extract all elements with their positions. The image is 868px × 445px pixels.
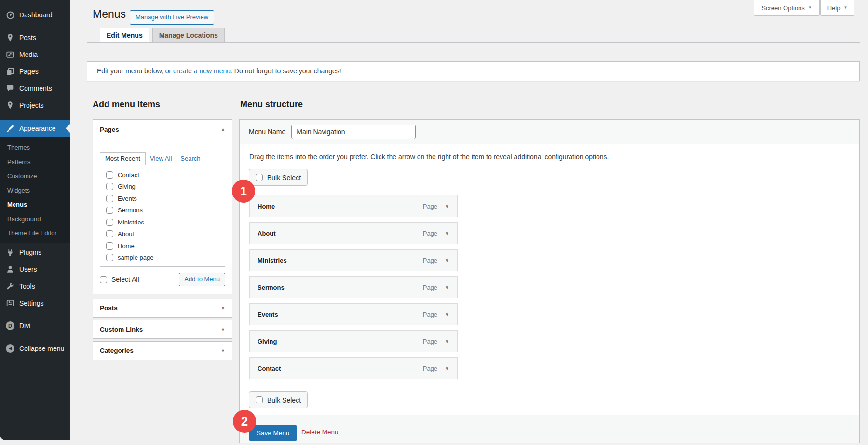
pages-accordion-body: Most Recent View All Search Contact Givi… (93, 139, 232, 294)
bulk-select-label: Bulk Select (267, 396, 301, 404)
submenu-item-widgets[interactable]: Widgets (0, 183, 70, 198)
submenu-label: Background (7, 215, 41, 222)
checkbox[interactable] (106, 183, 113, 190)
annotation-circle-1: 1 (232, 180, 255, 203)
settings-sliders-icon (5, 298, 15, 308)
chevron-down-icon[interactable]: ▼ (445, 339, 449, 344)
tab-manage-locations[interactable]: Manage Locations (152, 28, 225, 42)
sidebar-item-media[interactable]: Media (0, 46, 70, 63)
posts-accordion-header[interactable]: Posts ▼ (93, 299, 232, 318)
chevron-down-icon[interactable]: ▼ (445, 258, 449, 263)
page-label: Ministries (118, 219, 144, 226)
delete-menu-link[interactable]: Delete Menu (301, 429, 339, 436)
wordpress-admin-menus-page: Dashboard Posts Media Pages Comments (0, 0, 868, 445)
sidebar-item-label: Posts (19, 34, 36, 42)
tab-view-all[interactable]: View All (146, 153, 176, 165)
menu-name-input[interactable] (291, 125, 416, 139)
tab-most-recent[interactable]: Most Recent (100, 152, 146, 165)
sidebar-item-divi[interactable]: D Divi (0, 318, 70, 334)
checkbox[interactable] (106, 242, 113, 250)
submenu-item-background[interactable]: Background (0, 212, 70, 226)
annotation-circle-2: 2 (233, 410, 256, 433)
screen-options-button[interactable]: Screen Options ▼ (754, 0, 820, 16)
custom-links-accordion-header[interactable]: Custom Links ▼ (93, 320, 232, 339)
drag-instruction-text: Drag the items into the order you prefer… (249, 153, 609, 161)
sidebar-item-label: Media (19, 51, 38, 58)
publishing-actions-footer: Save Menu Delete Menu (240, 415, 859, 443)
submenu-item-menus-current[interactable]: Menus (0, 197, 70, 212)
menu-item-about[interactable]: About Page▼ (249, 222, 458, 244)
menu-item-events[interactable]: Events Page▼ (249, 303, 458, 325)
checkbox[interactable] (106, 195, 113, 202)
checkbox[interactable] (106, 171, 113, 179)
plugin-icon (5, 248, 15, 257)
checkbox[interactable] (106, 219, 113, 226)
submenu-item-patterns[interactable]: Patterns (0, 155, 70, 169)
tab-edit-menus[interactable]: Edit Menus (100, 28, 149, 43)
help-button[interactable]: Help ▼ (820, 0, 854, 16)
menu-item-giving[interactable]: Giving Page▼ (249, 330, 458, 352)
sidebar-item-tools[interactable]: Tools (0, 278, 70, 295)
pushpin-icon (5, 33, 15, 42)
manage-live-preview-button[interactable]: Manage with Live Preview (130, 10, 214, 25)
submenu-item-themes[interactable]: Themes (0, 140, 70, 155)
menu-structure-heading: Menu structure (240, 99, 303, 110)
dashboard-icon (5, 10, 15, 20)
sidebar-item-label: Settings (19, 299, 44, 307)
add-to-menu-button[interactable]: Add to Menu (179, 273, 225, 286)
create-new-menu-link[interactable]: create a new menu (173, 67, 231, 75)
sidebar-item-posts[interactable]: Posts (0, 29, 70, 46)
menu-item-label: Sermons (258, 284, 285, 291)
submenu-label: Menus (7, 201, 27, 208)
pages-accordion-header[interactable]: Pages ▲ (93, 120, 232, 139)
page-label: Contact (118, 171, 139, 179)
menu-item-ministries[interactable]: Ministries Page▼ (249, 249, 458, 271)
checkbox[interactable] (106, 254, 113, 261)
sidebar-item-plugins[interactable]: Plugins (0, 244, 70, 261)
sidebar-item-dashboard[interactable]: Dashboard (0, 7, 70, 23)
menu-item-contact[interactable]: Contact Page▼ (249, 357, 458, 379)
bulk-select-toggle[interactable]: Bulk Select (249, 169, 308, 186)
sidebar-item-label: Collapse menu (19, 345, 64, 352)
sidebar-item-appearance[interactable]: Appearance (0, 120, 70, 137)
tab-search[interactable]: Search (176, 153, 204, 165)
submenu-label: Patterns (7, 158, 30, 166)
admin-sidebar: Dashboard Posts Media Pages Comments (0, 0, 70, 440)
checkbox[interactable] (256, 396, 263, 403)
bulk-select-toggle[interactable]: Bulk Select (249, 391, 308, 408)
menu-item-home[interactable]: Home Page▼ (249, 195, 458, 217)
sidebar-item-projects[interactable]: Projects (0, 97, 70, 113)
sidebar-item-label: Appearance (19, 125, 56, 132)
chevron-down-icon[interactable]: ▼ (445, 231, 449, 236)
list-item: Ministries (106, 216, 225, 228)
select-all-control[interactable]: Select All (100, 276, 139, 283)
chevron-down-icon[interactable]: ▼ (445, 366, 449, 371)
submenu-item-theme-file-editor[interactable]: Theme File Editor (0, 226, 70, 240)
checkbox[interactable] (106, 230, 113, 237)
checkbox[interactable] (106, 207, 113, 214)
select-all-row: Select All Add to Menu (100, 273, 225, 286)
sidebar-item-comments[interactable]: Comments (0, 80, 70, 97)
chevron-down-icon[interactable]: ▼ (445, 312, 449, 317)
chevron-up-icon: ▲ (221, 127, 225, 132)
menu-name-row: Menu Name (240, 120, 859, 144)
page-label: sample page (118, 254, 153, 261)
chevron-down-icon[interactable]: ▼ (445, 285, 449, 290)
notice-bar: Edit your menu below, or create a new me… (87, 61, 860, 81)
save-menu-button[interactable]: Save Menu (249, 425, 297, 441)
sidebar-item-label: Tools (19, 282, 35, 290)
sidebar-item-settings[interactable]: Settings (0, 295, 70, 312)
menu-item-sermons[interactable]: Sermons Page▼ (249, 276, 458, 298)
notice-text: Edit your menu below, or (97, 67, 173, 75)
chevron-down-icon[interactable]: ▼ (445, 204, 449, 209)
checkbox[interactable] (256, 174, 263, 181)
list-item: About (106, 228, 225, 240)
sidebar-item-collapse-menu[interactable]: Collapse menu (0, 340, 70, 357)
bulk-select-label: Bulk Select (267, 174, 301, 181)
sidebar-item-users[interactable]: Users (0, 261, 70, 278)
sidebar-item-pages[interactable]: Pages (0, 63, 70, 80)
submenu-item-customize[interactable]: Customize (0, 169, 70, 183)
checkbox[interactable] (100, 276, 107, 283)
categories-accordion-header[interactable]: Categories ▼ (93, 341, 232, 360)
wrench-icon (5, 281, 15, 291)
